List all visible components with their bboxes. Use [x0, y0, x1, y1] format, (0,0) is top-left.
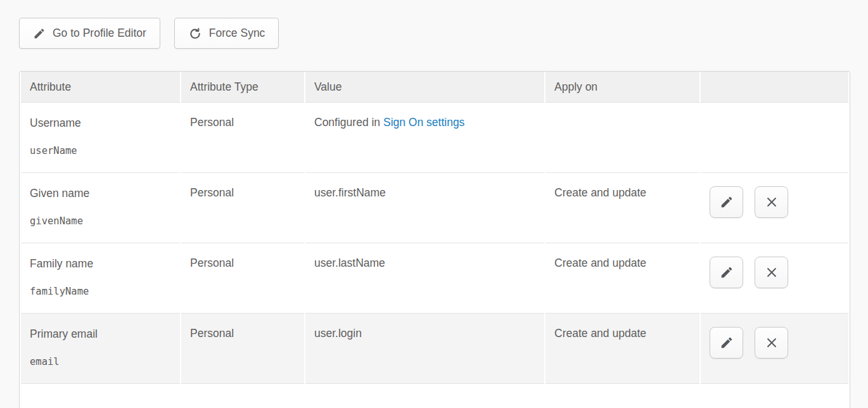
- force-sync-label: Force Sync: [209, 27, 265, 40]
- close-icon: [765, 336, 779, 350]
- edit-attribute-button[interactable]: [710, 327, 743, 359]
- apply-on-text: Create and update: [554, 257, 646, 269]
- value-text: user.firstName: [314, 186, 386, 199]
- attribute-label: Family name: [30, 257, 171, 271]
- attribute-type: Personal: [190, 186, 234, 199]
- apply-on-text: Create and update: [554, 186, 646, 199]
- table-row: Username userName Personal Configured in…: [21, 103, 848, 173]
- attribute-variable-name: userName: [30, 144, 171, 158]
- column-header-apply-on: Apply on: [546, 72, 699, 103]
- apply-on-text: Create and update: [554, 327, 646, 340]
- table-row: Given name givenName Personal user.first…: [21, 173, 848, 243]
- column-header-attribute: Attribute: [21, 72, 180, 103]
- table-row: Family name familyName Personal user.las…: [21, 243, 848, 314]
- edit-attribute-button[interactable]: [710, 186, 743, 218]
- attribute-variable-name: familyName: [30, 284, 171, 298]
- delete-attribute-button[interactable]: [755, 186, 788, 218]
- table-header-row: Attribute Attribute Type Value Apply on: [21, 72, 848, 103]
- attribute-variable-name: givenName: [30, 214, 171, 228]
- attribute-label: Given name: [30, 186, 171, 200]
- attribute-variable-name: email: [30, 355, 171, 369]
- pencil-icon: [720, 265, 734, 279]
- force-sync-button[interactable]: Force Sync: [174, 18, 279, 49]
- delete-attribute-button[interactable]: [755, 257, 788, 288]
- delete-attribute-button[interactable]: [755, 327, 788, 359]
- column-header-actions: [701, 72, 848, 103]
- column-header-attribute-type: Attribute Type: [181, 72, 304, 103]
- pencil-icon: [33, 27, 46, 40]
- attribute-type: Personal: [190, 327, 234, 340]
- attribute-type: Personal: [190, 116, 234, 129]
- column-header-value: Value: [305, 72, 544, 103]
- attribute-type: Personal: [190, 257, 234, 269]
- attribute-label: Primary email: [30, 327, 171, 341]
- attributes-table: Attribute Attribute Type Value Apply on …: [19, 71, 850, 408]
- go-to-profile-editor-label: Go to Profile Editor: [53, 27, 146, 40]
- sign-on-settings-link[interactable]: Sign On settings: [383, 116, 464, 129]
- edit-attribute-button[interactable]: [710, 257, 743, 288]
- pencil-icon: [720, 195, 734, 209]
- close-icon: [765, 265, 779, 279]
- table-row: Primary email email Personal user.login …: [21, 314, 848, 384]
- value-text: Configured in: [314, 116, 383, 129]
- value-text: user.lastName: [314, 257, 385, 269]
- go-to-profile-editor-button[interactable]: Go to Profile Editor: [19, 18, 160, 49]
- value-text: user.login: [314, 327, 362, 340]
- toolbar: Go to Profile Editor Force Sync: [19, 18, 279, 49]
- refresh-icon: [188, 27, 202, 41]
- pencil-icon: [720, 336, 734, 350]
- close-icon: [765, 195, 779, 209]
- attribute-label: Username: [30, 116, 171, 130]
